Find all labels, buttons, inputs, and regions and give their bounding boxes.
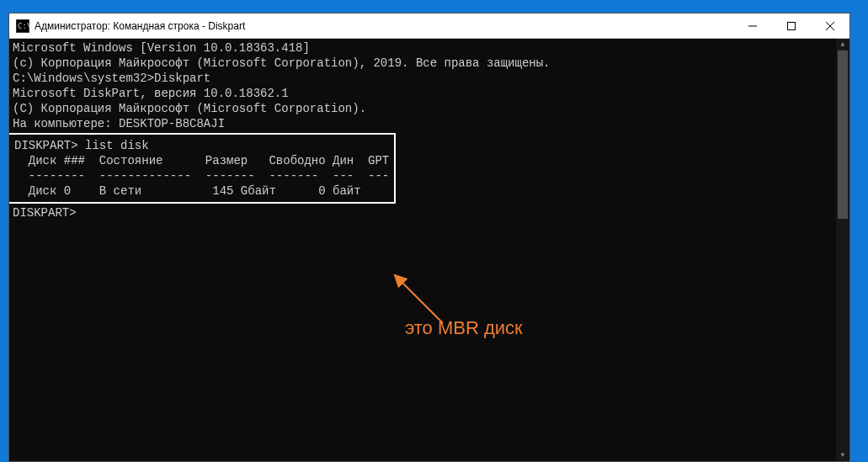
table-divider: -------- ------------- ------- ------- -… xyxy=(14,168,389,183)
scroll-down-icon[interactable]: ▼ xyxy=(836,449,849,461)
prompt-line: DISKPART> xyxy=(13,205,846,220)
table-row: Диск 0 В сети 145 Gбайт 0 байт xyxy=(14,183,389,199)
close-button[interactable] xyxy=(811,13,849,38)
window-controls xyxy=(733,13,849,38)
svg-text:C:\: C:\ xyxy=(18,22,29,30)
prompt-line: C:\Windows\system32>Diskpart xyxy=(13,71,846,86)
cmd-icon: C:\ xyxy=(16,19,29,33)
highlighted-output: DISKPART> list disk Диск ### Состояние Р… xyxy=(9,133,396,204)
table-header: Диск ### Состояние Размер Свободно Дин G… xyxy=(14,153,389,168)
annotation-label: это MBR диск xyxy=(405,321,523,336)
minimize-button[interactable] xyxy=(733,13,772,38)
scrollbar-thumb[interactable] xyxy=(838,50,848,219)
scroll-up-icon[interactable]: ▲ xyxy=(836,39,849,50)
svg-rect-3 xyxy=(788,22,796,29)
annotation-arrow-icon xyxy=(392,273,460,332)
output-line: Microsoft DiskPart, версия 10.0.18362.1 xyxy=(13,86,846,101)
cmd-window: C:\ Администратор: Командная строка - Di… xyxy=(8,13,850,462)
output-line: Microsoft Windows [Version 10.0.18363.41… xyxy=(13,40,846,56)
maximize-button[interactable] xyxy=(772,13,811,38)
output-line: На компьютере: DESKTOP-B8C8AJI xyxy=(13,116,846,131)
titlebar[interactable]: C:\ Администратор: Командная строка - Di… xyxy=(9,13,849,39)
window-title: Администратор: Командная строка - Diskpa… xyxy=(35,20,733,32)
vertical-scrollbar[interactable]: ▲ ▼ xyxy=(836,39,849,461)
svg-line-7 xyxy=(401,281,443,323)
output-line: (C) Корпорация Майкрософт (Microsoft Cor… xyxy=(13,101,846,116)
diskpart-command: DISKPART> list disk xyxy=(14,138,389,153)
terminal-area[interactable]: Microsoft Windows [Version 10.0.18363.41… xyxy=(9,39,849,461)
output-line: (c) Корпорация Майкрософт (Microsoft Cor… xyxy=(13,56,846,71)
